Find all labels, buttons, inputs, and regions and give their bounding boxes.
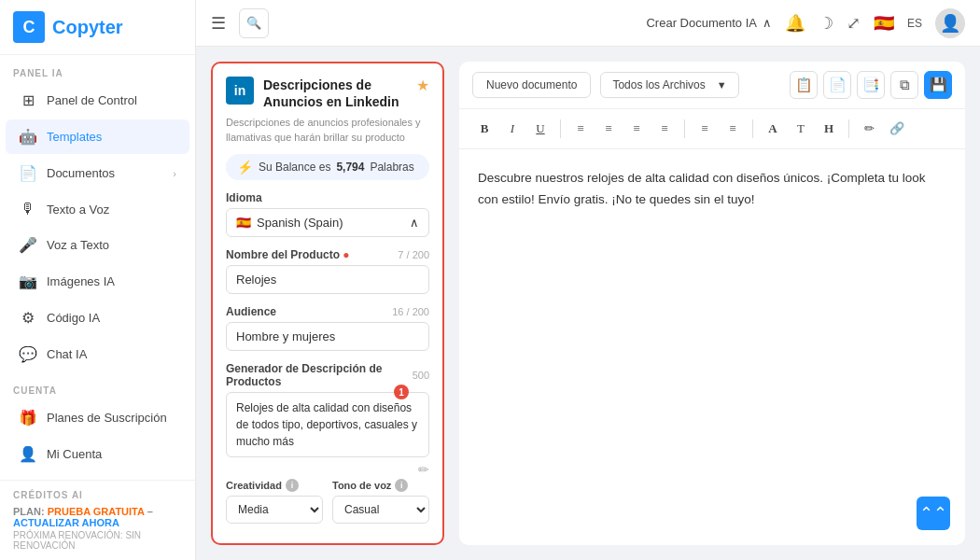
align-center-button[interactable]: ≡ <box>596 117 621 141</box>
justify-button[interactable]: ≡ <box>652 117 677 141</box>
documentos-icon: 📄 <box>19 164 37 182</box>
typography-button[interactable]: T <box>789 117 813 141</box>
sidebar: C Copyter PANEL IA ⊞ Panel de Control 🤖 … <box>0 0 196 560</box>
todos-archivos-select[interactable]: Todos los Archivos ▼ <box>600 72 738 98</box>
plan-actualizar[interactable]: ACTUALIZAR AHORA <box>13 517 119 528</box>
save-doc-icon[interactable]: 💾 <box>924 71 952 99</box>
sidebar-item-codigo-ia[interactable]: ⚙ Código IA <box>6 301 189 335</box>
search-icon: 🔍 <box>246 16 261 30</box>
todos-label: Todos los Archivos <box>612 78 705 91</box>
generador-textarea[interactable]: Relojes de alta calidad con diseños de t… <box>226 392 429 457</box>
sidebar-label-chat-ia: Chat IA <box>47 347 87 361</box>
underline-button[interactable]: U <box>528 117 553 141</box>
chevron-down-icon: ▼ <box>717 79 727 91</box>
plan-label: PLAN: <box>13 506 45 517</box>
toolbar-sep-2 <box>684 119 685 138</box>
sidebar-item-voz-a-texto[interactable]: 🎤 Voz a Texto <box>6 228 189 262</box>
creatividad-row: Creatividad i Baja Media Alta Tono de vo… <box>213 479 442 524</box>
toolbar-sep-1 <box>560 119 561 138</box>
creatividad-col: Creatividad i Baja Media Alta <box>226 479 323 524</box>
required-marker: ● <box>343 248 349 261</box>
creatividad-select[interactable]: Baja Media Alta <box>226 496 323 524</box>
align-right-button[interactable]: ≡ <box>624 117 649 141</box>
sidebar-label-texto-a-voz: Texto a Voz <box>47 203 109 217</box>
lang-label: ES <box>907 17 922 30</box>
italic-button[interactable]: I <box>500 117 525 141</box>
sidebar-label-mi-cuenta: Mi Cuenta <box>47 447 102 461</box>
sidebar-item-documentos[interactable]: 📄 Documentos › <box>6 156 189 190</box>
content-area: in Descripciones de Anuncios en Linkedin… <box>196 47 980 560</box>
scroll-top-button[interactable]: ⌃⌃ <box>917 497 950 530</box>
balance-suffix: Palabras <box>370 161 413 174</box>
sidebar-item-planes[interactable]: 🎁 Planes de Suscripción <box>6 400 189 435</box>
chevron-up-select-icon: ∧ <box>410 216 419 230</box>
star-icon[interactable]: ★ <box>416 77 429 94</box>
chat-icon: 💬 <box>19 345 37 363</box>
crear-documento-button[interactable]: Crear Documento IA ∧ <box>646 16 772 30</box>
sidebar-label-documentos: Documentos <box>47 166 115 180</box>
editor-content[interactable]: Descubre nuestros relojes de alta calida… <box>459 149 965 545</box>
export-doc-icon[interactable]: 📄 <box>823 71 851 99</box>
toolbar-sep-3 <box>752 119 753 138</box>
idioma-select[interactable]: 🇪🇸 Spanish (Spain) ∧ <box>226 208 429 237</box>
editor-text: Descubre nuestros relojes de alta calida… <box>478 168 946 211</box>
editor-action-icons: 📋 📄 📑 ⧉ 💾 <box>790 71 952 99</box>
user-icon: 👤 <box>19 445 37 463</box>
avatar[interactable]: 👤 <box>935 8 965 38</box>
sidebar-item-mi-cuenta[interactable]: 👤 Mi Cuenta <box>6 437 189 471</box>
balance-bar: ⚡ Su Balance es 5,794 Palabras <box>226 154 429 180</box>
nuevo-documento-button[interactable]: Nuevo documento <box>472 72 591 98</box>
sidebar-logo: C Copyter <box>0 0 195 55</box>
bold-button[interactable]: B <box>472 117 497 141</box>
bell-icon[interactable]: 🔔 <box>785 13 805 34</box>
font-color-button[interactable]: A <box>761 117 785 141</box>
ordered-list-button[interactable]: ≡ <box>693 117 717 141</box>
tono-select[interactable]: Formal Casual Profesional <box>332 496 429 524</box>
bolt-icon: ⚡ <box>237 160 253 175</box>
editor-toolbar: B I U ≡ ≡ ≡ ≡ ≡ ≡ A T H ✏ <box>459 109 965 149</box>
creatividad-info-icon[interactable]: i <box>286 479 299 492</box>
link-button[interactable]: 🔗 <box>885 117 909 141</box>
form-title: Descripciones de Anuncios en Linkedin <box>263 77 407 110</box>
sidebar-plan: PLAN: PRUEBA GRATUITA – ACTUALIZAR AHORA <box>13 506 182 528</box>
align-left-button[interactable]: ≡ <box>568 117 593 141</box>
moon-icon[interactable]: ☽ <box>819 13 833 34</box>
toolbar-sep-4 <box>848 119 849 138</box>
logo-icon: C <box>13 11 45 43</box>
editor-wrapper: Nuevo documento Todos los Archivos ▼ 📋 📄… <box>459 62 965 545</box>
idioma-label: Idioma <box>213 191 442 208</box>
unordered-list-button[interactable]: ≡ <box>721 117 745 141</box>
logo-name: Copyter <box>52 17 123 38</box>
sidebar-item-templates[interactable]: 🤖 Templates <box>6 119 189 154</box>
pen-button[interactable]: ✏ <box>857 117 881 141</box>
balance-prefix: Su Balance es <box>259 161 330 174</box>
editor-topbar: Nuevo documento Todos los Archivos ▼ 📋 📄… <box>459 62 965 109</box>
camera-icon: 📷 <box>19 273 37 290</box>
sidebar-label-planes: Planes de Suscripción <box>47 411 167 425</box>
sidebar-label-templates: Templates <box>47 130 102 144</box>
heading-button[interactable]: H <box>817 117 841 141</box>
menu-icon[interactable]: ☰ <box>211 13 226 34</box>
download-doc-icon[interactable]: 📑 <box>857 71 885 99</box>
nombre-input[interactable] <box>226 265 429 294</box>
sidebar-item-imagenes-ia[interactable]: 📷 Imágenes IA <box>6 264 189 299</box>
edit-icon: ✏ <box>418 462 429 477</box>
sidebar-label-imagenes-ia: Imágenes IA <box>47 274 115 288</box>
search-button[interactable]: 🔍 <box>239 8 269 38</box>
sidebar-item-chat-ia[interactable]: 💬 Chat IA <box>6 337 189 371</box>
tono-info-icon[interactable]: i <box>395 479 408 492</box>
creatividad-label: Creatividad i <box>226 479 323 492</box>
form-panel: in Descripciones de Anuncios en Linkedin… <box>211 62 444 545</box>
copy-doc-icon[interactable]: 📋 <box>790 71 818 99</box>
duplicate-doc-icon[interactable]: ⧉ <box>890 71 918 99</box>
code-icon: ⚙ <box>19 309 37 327</box>
generador-label: Generador de Descripción de Productos <box>226 362 413 388</box>
plan-prueba[interactable]: PRUEBA GRATUITA <box>48 506 145 517</box>
flag-icon: 🇪🇸 <box>874 13 894 34</box>
audience-input[interactable] <box>226 322 429 351</box>
crear-label: Crear Documento IA <box>646 16 757 30</box>
sidebar-item-texto-a-voz[interactable]: 🎙 Texto a Voz <box>6 192 189 226</box>
sidebar-item-panel-control[interactable]: ⊞ Panel de Control <box>6 83 189 118</box>
expand-icon[interactable]: ⤢ <box>847 13 861 34</box>
sidebar-label-codigo-ia: Código IA <box>47 311 100 325</box>
